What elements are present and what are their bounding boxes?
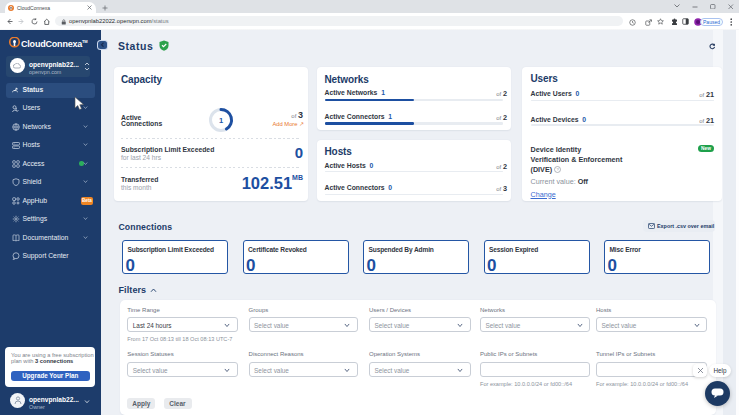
svg-text:1: 1 (219, 116, 223, 125)
svg-text:?: ? (556, 167, 559, 172)
